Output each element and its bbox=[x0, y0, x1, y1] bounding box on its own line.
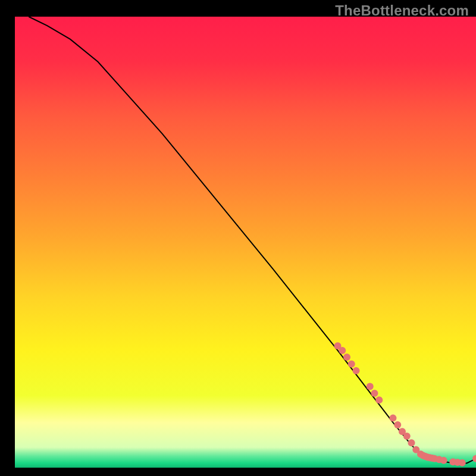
highlight-point bbox=[375, 396, 383, 403]
highlight-point bbox=[353, 367, 360, 374]
chart-svg bbox=[0, 0, 476, 476]
watermark-text: TheBottleneck.com bbox=[335, 2, 469, 19]
highlight-point bbox=[394, 421, 401, 428]
highlight-point bbox=[348, 361, 355, 368]
chart-stage: TheBottleneck.com bbox=[0, 0, 476, 476]
plot-background bbox=[15, 17, 476, 468]
highlight-point bbox=[343, 353, 350, 361]
highlight-point bbox=[403, 433, 411, 440]
highlight-point bbox=[371, 390, 378, 397]
highlight-point bbox=[408, 439, 415, 446]
highlight-point bbox=[440, 457, 447, 464]
highlight-point bbox=[390, 415, 397, 422]
highlight-point bbox=[339, 347, 346, 354]
highlight-point bbox=[459, 459, 466, 466]
highlight-point bbox=[367, 383, 374, 390]
